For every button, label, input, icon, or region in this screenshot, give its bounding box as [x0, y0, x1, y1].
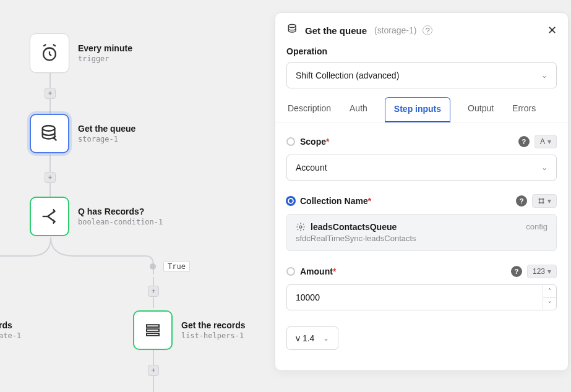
tab-errors[interactable]: Errors — [511, 97, 537, 122]
storage-icon — [39, 123, 60, 144]
type-pill-config[interactable]: ▾ — [532, 194, 557, 208]
branch-connector — [0, 237, 161, 275]
node-subtitle: storage-1 — [78, 135, 135, 143]
panel-step-id: (storage-1) — [374, 25, 416, 35]
close-icon[interactable]: ✕ — [547, 23, 557, 37]
step-down-icon[interactable]: ˅ — [543, 298, 556, 310]
type-pill-text[interactable]: A ▾ — [535, 135, 557, 148]
gear-icon — [296, 222, 306, 232]
svg-point-12 — [543, 202, 544, 203]
add-step-button[interactable]: + — [148, 365, 159, 376]
field-radio[interactable] — [286, 267, 295, 276]
svg-point-10 — [543, 198, 544, 200]
version-select[interactable]: v 1.4 ⌄ — [286, 326, 338, 350]
node-offscreen[interactable]: rds ate-1 — [0, 310, 21, 350]
svg-rect-7 — [147, 333, 159, 336]
panel-header: Get the queue (storage-1) ? ✕ — [275, 13, 568, 44]
node-has-records[interactable]: Q has Records? boolean-condition-1 — [30, 197, 163, 236]
node-title: Get the records — [181, 320, 245, 330]
field-radio[interactable] — [286, 137, 295, 146]
operation-label: Operation — [275, 44, 568, 62]
collection-name: leadsContactsQueue — [311, 222, 397, 232]
node-subtitle: list-helpers-1 — [181, 331, 245, 340]
field-label: Amount* — [300, 266, 506, 276]
svg-point-9 — [539, 198, 540, 200]
chevron-down-icon: ⌄ — [541, 71, 547, 80]
svg-point-11 — [539, 202, 540, 203]
svg-point-8 — [288, 25, 296, 28]
node-subtitle: boolean-condition-1 — [78, 218, 163, 226]
node-trigger[interactable]: Every minute trigger — [30, 33, 132, 73]
node-subtitle: trigger — [78, 54, 132, 63]
field-label: Collection Name* — [300, 196, 511, 206]
tab-description[interactable]: Description — [286, 97, 332, 122]
chevron-down-icon: ⌄ — [323, 334, 329, 343]
svg-rect-5 — [147, 325, 159, 327]
help-icon[interactable]: ? — [423, 25, 432, 35]
add-step-button[interactable]: + — [45, 88, 56, 99]
node-get-queue[interactable]: Get the queue storage-1 — [30, 114, 135, 153]
config-pill-icon — [538, 197, 545, 205]
branch-true-label: True — [163, 261, 190, 272]
collection-value-box[interactable]: leadsContactsQueue config sfdcRealTimeSy… — [286, 214, 557, 251]
panel-tabs: Description Auth Step inputs Output Erro… — [275, 97, 568, 122]
svg-point-13 — [299, 226, 302, 228]
type-pill-number[interactable]: 123 ▾ — [527, 265, 557, 278]
operation-value: Shift Collection (advanced) — [296, 70, 399, 80]
add-step-button[interactable]: + — [45, 172, 56, 183]
step-config-panel: Get the queue (storage-1) ? ✕ Operation … — [275, 12, 569, 371]
branch-dot — [150, 263, 156, 270]
help-icon[interactable]: ? — [516, 195, 527, 207]
field-radio[interactable] — [286, 197, 295, 205]
node-subtitle: ate-1 — [0, 331, 21, 340]
version-value: v 1.4 — [296, 333, 314, 343]
panel-title: Get the queue — [305, 25, 367, 36]
amount-input[interactable] — [286, 284, 557, 310]
help-icon[interactable]: ? — [511, 266, 522, 277]
node-get-records[interactable]: Get the records list-helpers-1 — [133, 310, 245, 350]
node-title: Q has Records? — [78, 207, 163, 216]
config-label: config — [526, 222, 547, 231]
help-icon[interactable]: ? — [518, 136, 530, 147]
field-amount: Amount* ? 123 ▾ ˄ ˅ — [286, 265, 557, 310]
node-title: Every minute — [78, 43, 132, 53]
svg-rect-6 — [147, 329, 159, 331]
list-icon — [144, 321, 162, 339]
collection-path: sfdcRealTimeSync-leadsContacts — [296, 234, 547, 243]
node-title: Get the queue — [78, 124, 135, 134]
step-up-icon[interactable]: ˄ — [543, 285, 556, 298]
add-step-button[interactable]: + — [148, 286, 159, 297]
tab-step-inputs[interactable]: Step inputs — [385, 97, 450, 122]
operation-select[interactable]: Shift Collection (advanced) ⌄ — [286, 62, 557, 88]
node-title: rds — [0, 320, 21, 330]
branch-icon — [39, 206, 60, 227]
field-scope: Scope* ? A ▾ Account ⌄ — [286, 135, 557, 181]
amount-stepper[interactable]: ˄ ˅ — [543, 285, 556, 310]
chevron-down-icon: ⌄ — [541, 163, 547, 172]
field-label: Scope* — [300, 137, 513, 147]
scope-value: Account — [296, 163, 327, 173]
tab-output[interactable]: Output — [466, 97, 495, 122]
storage-icon — [286, 23, 299, 38]
clock-icon — [39, 43, 60, 64]
tab-auth[interactable]: Auth — [348, 97, 369, 122]
field-collection-name: Collection Name* ? ▾ leadsContactsQueue … — [286, 194, 557, 251]
scope-select[interactable]: Account ⌄ — [286, 155, 557, 181]
svg-point-1 — [43, 126, 55, 131]
